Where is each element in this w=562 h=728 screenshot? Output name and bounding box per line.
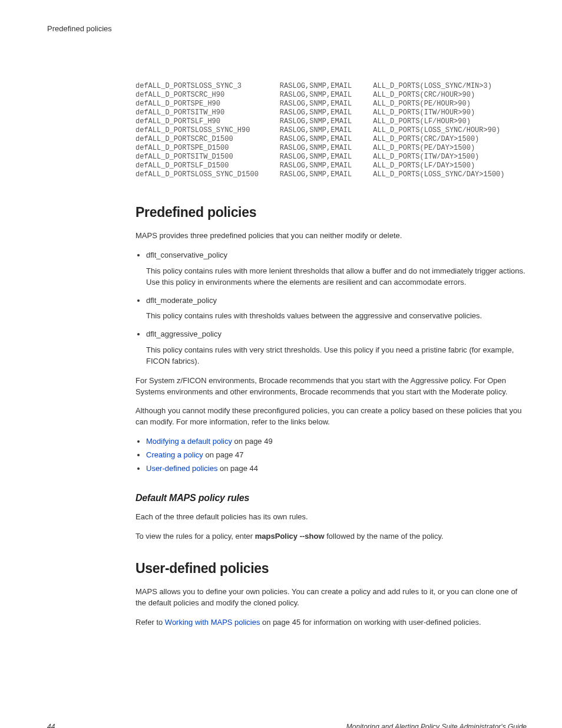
- heading-predefined-policies: Predefined policies: [135, 203, 527, 222]
- link-list-item: Creating a policy on page 47: [146, 450, 527, 461]
- link[interactable]: Modifying a default policy: [146, 437, 232, 446]
- text-span: Refer to: [135, 618, 165, 627]
- footer-guide-name: Monitoring and Alerting Policy Suite Adm…: [346, 723, 527, 728]
- heading-default-rules: Default MAPS policy rules: [135, 491, 527, 505]
- heading-user-defined-policies: User-defined policies: [135, 559, 527, 578]
- text-span: on page 45 for information on working wi…: [260, 618, 481, 627]
- policy-name: dflt_moderate_policy: [146, 295, 527, 307]
- link[interactable]: User-defined policies: [146, 464, 217, 473]
- footer-text: Monitoring and Alerting Policy Suite Adm…: [346, 722, 527, 728]
- policy-list: dflt_conservative_policyThis policy cont…: [135, 250, 527, 367]
- policy-name: dflt_conservative_policy: [146, 250, 527, 261]
- paragraph-userdef-ref: Refer to Working with MAPS policies on p…: [135, 617, 527, 628]
- command-bold: mapsPolicy --show: [255, 532, 325, 541]
- link[interactable]: Creating a policy: [146, 450, 203, 459]
- page-header: Predefined policies: [47, 24, 527, 35]
- text-span: followed by the name of the policy.: [325, 532, 444, 541]
- page-number: 44: [47, 722, 55, 728]
- text-span: To view the rules for a policy, enter: [135, 532, 255, 541]
- policy-item: dflt_moderate_policyThis policy contains…: [146, 295, 527, 322]
- link-list-item: User-defined policies on page 44: [146, 463, 527, 475]
- link-suffix: on page 49: [232, 437, 273, 446]
- policy-name: dflt_aggressive_policy: [146, 329, 527, 340]
- code-listing: defALL_D_PORTSLOSS_SYNC_3 RASLOG,SNMP,EM…: [135, 82, 527, 179]
- link-suffix: on page 47: [203, 450, 244, 459]
- policy-description: This policy contains rules with threshol…: [146, 311, 527, 322]
- policy-description: This policy contains rules with very str…: [146, 345, 527, 367]
- links-list: Modifying a default policy on page 49Cre…: [135, 436, 527, 475]
- paragraph-rules-intro: Each of the three default policies has i…: [135, 512, 527, 523]
- link-suffix: on page 44: [217, 464, 258, 473]
- intro-paragraph: MAPS provides three predefined policies …: [135, 230, 527, 242]
- policy-item: dflt_aggressive_policyThis policy contai…: [146, 329, 527, 367]
- link-list-item: Modifying a default policy on page 49: [146, 436, 527, 447]
- paragraph-userdef-intro: MAPS allows you to define your own polic…: [135, 587, 527, 609]
- policy-item: dflt_conservative_policyThis policy cont…: [146, 250, 527, 288]
- paragraph-show-command: To view the rules for a policy, enter ma…: [135, 531, 527, 542]
- paragraph-recommendation: For System z/FICON environments, Brocade…: [135, 375, 527, 398]
- paragraph-modify-note: Although you cannot modify these preconf…: [135, 406, 527, 428]
- policy-description: This policy contains rules with more len…: [146, 266, 527, 288]
- link-working-with-maps[interactable]: Working with MAPS policies: [165, 618, 260, 627]
